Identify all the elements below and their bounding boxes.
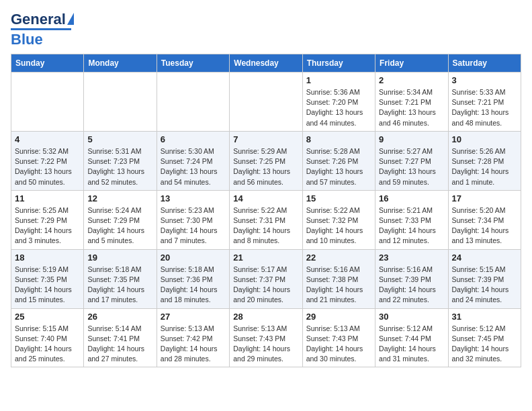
day-info: Sunrise: 5:22 AMSunset: 7:32 PMDaylight:… bbox=[306, 205, 371, 246]
day-number: 3 bbox=[452, 75, 517, 85]
calendar-cell: 2Sunrise: 5:34 AMSunset: 7:21 PMDaylight… bbox=[375, 73, 448, 132]
day-number: 31 bbox=[452, 312, 517, 322]
calendar-cell: 17Sunrise: 5:20 AMSunset: 7:34 PMDayligh… bbox=[448, 190, 521, 249]
day-number: 8 bbox=[306, 134, 371, 144]
day-number: 14 bbox=[233, 193, 298, 203]
calendar-cell: 22Sunrise: 5:16 AMSunset: 7:38 PMDayligh… bbox=[302, 249, 375, 308]
day-number: 5 bbox=[87, 134, 152, 144]
calendar-cell: 23Sunrise: 5:16 AMSunset: 7:39 PMDayligh… bbox=[375, 249, 448, 308]
calendar-dow-thursday: Thursday bbox=[302, 54, 375, 73]
day-number: 29 bbox=[306, 312, 371, 322]
calendar-cell bbox=[157, 73, 229, 132]
calendar-cell: 30Sunrise: 5:12 AMSunset: 7:44 PMDayligh… bbox=[375, 308, 448, 367]
calendar-cell bbox=[11, 73, 84, 132]
calendar-cell: 4Sunrise: 5:32 AMSunset: 7:22 PMDaylight… bbox=[11, 131, 84, 190]
day-number: 20 bbox=[161, 253, 226, 263]
calendar-cell: 15Sunrise: 5:22 AMSunset: 7:32 PMDayligh… bbox=[302, 190, 375, 249]
calendar-cell: 31Sunrise: 5:12 AMSunset: 7:45 PMDayligh… bbox=[448, 308, 521, 367]
day-number: 1 bbox=[306, 75, 371, 85]
day-info: Sunrise: 5:36 AMSunset: 7:20 PMDaylight:… bbox=[306, 87, 371, 128]
day-number: 26 bbox=[87, 312, 152, 322]
day-number: 22 bbox=[306, 253, 371, 263]
calendar-cell: 11Sunrise: 5:25 AMSunset: 7:29 PMDayligh… bbox=[11, 190, 84, 249]
day-info: Sunrise: 5:15 AMSunset: 7:40 PMDaylight:… bbox=[15, 324, 80, 365]
day-number: 25 bbox=[15, 312, 80, 322]
calendar-cell: 28Sunrise: 5:13 AMSunset: 7:43 PMDayligh… bbox=[230, 308, 302, 367]
calendar-cell bbox=[84, 73, 157, 132]
calendar-cell: 18Sunrise: 5:19 AMSunset: 7:35 PMDayligh… bbox=[11, 249, 84, 308]
day-number: 23 bbox=[379, 253, 444, 263]
day-info: Sunrise: 5:12 AMSunset: 7:45 PMDaylight:… bbox=[452, 324, 517, 365]
day-info: Sunrise: 5:30 AMSunset: 7:24 PMDaylight:… bbox=[161, 146, 226, 187]
calendar-cell: 16Sunrise: 5:21 AMSunset: 7:33 PMDayligh… bbox=[375, 190, 448, 249]
day-info: Sunrise: 5:19 AMSunset: 7:35 PMDaylight:… bbox=[15, 265, 80, 306]
day-info: Sunrise: 5:33 AMSunset: 7:21 PMDaylight:… bbox=[452, 87, 517, 128]
calendar-dow-monday: Monday bbox=[84, 54, 157, 73]
calendar-cell: 21Sunrise: 5:17 AMSunset: 7:37 PMDayligh… bbox=[230, 249, 302, 308]
day-info: Sunrise: 5:18 AMSunset: 7:35 PMDaylight:… bbox=[87, 265, 152, 306]
day-info: Sunrise: 5:25 AMSunset: 7:29 PMDaylight:… bbox=[15, 205, 80, 246]
day-info: Sunrise: 5:18 AMSunset: 7:36 PMDaylight:… bbox=[161, 265, 226, 306]
day-number: 17 bbox=[452, 193, 517, 203]
logo: General Blue bbox=[11, 11, 74, 48]
day-info: Sunrise: 5:32 AMSunset: 7:22 PMDaylight:… bbox=[15, 146, 80, 187]
calendar-dow-wednesday: Wednesday bbox=[230, 54, 302, 73]
calendar-table: SundayMondayTuesdayWednesdayThursdayFrid… bbox=[11, 54, 521, 367]
day-number: 10 bbox=[452, 134, 517, 144]
calendar-cell: 3Sunrise: 5:33 AMSunset: 7:21 PMDaylight… bbox=[448, 73, 521, 132]
calendar-cell: 27Sunrise: 5:13 AMSunset: 7:42 PMDayligh… bbox=[157, 308, 229, 367]
calendar-cell: 5Sunrise: 5:31 AMSunset: 7:23 PMDaylight… bbox=[84, 131, 157, 190]
calendar-cell: 9Sunrise: 5:27 AMSunset: 7:27 PMDaylight… bbox=[375, 131, 448, 190]
logo-blue: Blue bbox=[11, 28, 71, 48]
calendar-cell: 10Sunrise: 5:26 AMSunset: 7:28 PMDayligh… bbox=[448, 131, 521, 190]
day-info: Sunrise: 5:15 AMSunset: 7:39 PMDaylight:… bbox=[452, 265, 517, 306]
day-number: 11 bbox=[15, 193, 80, 203]
day-info: Sunrise: 5:21 AMSunset: 7:33 PMDaylight:… bbox=[379, 205, 444, 246]
day-info: Sunrise: 5:17 AMSunset: 7:37 PMDaylight:… bbox=[233, 265, 298, 306]
day-info: Sunrise: 5:13 AMSunset: 7:43 PMDaylight:… bbox=[233, 324, 298, 365]
day-info: Sunrise: 5:13 AMSunset: 7:42 PMDaylight:… bbox=[161, 324, 226, 365]
calendar-cell: 25Sunrise: 5:15 AMSunset: 7:40 PMDayligh… bbox=[11, 308, 84, 367]
calendar-cell: 8Sunrise: 5:28 AMSunset: 7:26 PMDaylight… bbox=[302, 131, 375, 190]
day-info: Sunrise: 5:23 AMSunset: 7:30 PMDaylight:… bbox=[161, 205, 226, 246]
day-number: 27 bbox=[161, 312, 226, 322]
calendar-week-1: 1Sunrise: 5:36 AMSunset: 7:20 PMDaylight… bbox=[11, 73, 521, 132]
calendar-cell: 1Sunrise: 5:36 AMSunset: 7:20 PMDaylight… bbox=[302, 73, 375, 132]
day-number: 16 bbox=[379, 193, 444, 203]
day-number: 15 bbox=[306, 193, 371, 203]
day-number: 30 bbox=[379, 312, 444, 322]
calendar-week-3: 11Sunrise: 5:25 AMSunset: 7:29 PMDayligh… bbox=[11, 190, 521, 249]
calendar-dow-sunday: Sunday bbox=[11, 54, 84, 73]
day-number: 28 bbox=[233, 312, 298, 322]
day-info: Sunrise: 5:22 AMSunset: 7:31 PMDaylight:… bbox=[233, 205, 298, 246]
day-number: 24 bbox=[452, 253, 517, 263]
calendar-week-4: 18Sunrise: 5:19 AMSunset: 7:35 PMDayligh… bbox=[11, 249, 521, 308]
calendar-cell: 12Sunrise: 5:24 AMSunset: 7:29 PMDayligh… bbox=[84, 190, 157, 249]
calendar-cell: 26Sunrise: 5:14 AMSunset: 7:41 PMDayligh… bbox=[84, 308, 157, 367]
calendar-cell: 19Sunrise: 5:18 AMSunset: 7:35 PMDayligh… bbox=[84, 249, 157, 308]
day-number: 9 bbox=[379, 134, 444, 144]
day-info: Sunrise: 5:20 AMSunset: 7:34 PMDaylight:… bbox=[452, 205, 517, 246]
day-info: Sunrise: 5:24 AMSunset: 7:29 PMDaylight:… bbox=[87, 205, 152, 246]
day-info: Sunrise: 5:14 AMSunset: 7:41 PMDaylight:… bbox=[87, 324, 152, 365]
logo-general: General bbox=[11, 11, 66, 28]
day-number: 6 bbox=[161, 134, 226, 144]
calendar-cell: 20Sunrise: 5:18 AMSunset: 7:36 PMDayligh… bbox=[157, 249, 229, 308]
day-info: Sunrise: 5:16 AMSunset: 7:38 PMDaylight:… bbox=[306, 265, 371, 306]
calendar-dow-friday: Friday bbox=[375, 54, 448, 73]
logo-triangle-icon bbox=[67, 13, 74, 25]
calendar-cell: 7Sunrise: 5:29 AMSunset: 7:25 PMDaylight… bbox=[230, 131, 302, 190]
calendar-cell: 24Sunrise: 5:15 AMSunset: 7:39 PMDayligh… bbox=[448, 249, 521, 308]
day-info: Sunrise: 5:31 AMSunset: 7:23 PMDaylight:… bbox=[87, 146, 152, 187]
day-info: Sunrise: 5:26 AMSunset: 7:28 PMDaylight:… bbox=[452, 146, 517, 187]
day-number: 2 bbox=[379, 75, 444, 85]
day-number: 12 bbox=[87, 193, 152, 203]
day-number: 7 bbox=[233, 134, 298, 144]
page-header: General Blue bbox=[11, 11, 521, 48]
day-info: Sunrise: 5:29 AMSunset: 7:25 PMDaylight:… bbox=[233, 146, 298, 187]
day-info: Sunrise: 5:27 AMSunset: 7:27 PMDaylight:… bbox=[379, 146, 444, 187]
day-info: Sunrise: 5:13 AMSunset: 7:43 PMDaylight:… bbox=[306, 324, 371, 365]
day-number: 18 bbox=[15, 253, 80, 263]
day-number: 21 bbox=[233, 253, 298, 263]
calendar-header-row: SundayMondayTuesdayWednesdayThursdayFrid… bbox=[11, 54, 521, 73]
